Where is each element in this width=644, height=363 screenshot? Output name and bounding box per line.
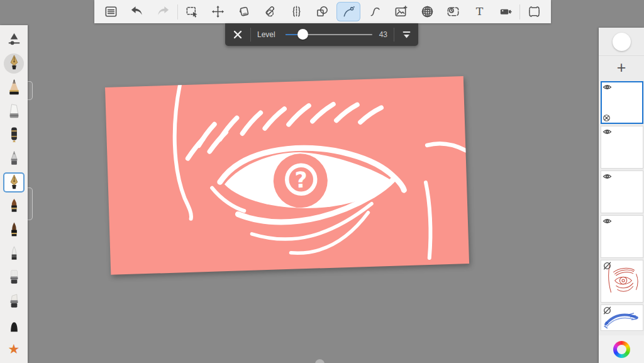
symmetry-icon[interactable] (284, 2, 308, 21)
slider-thumb[interactable] (297, 29, 308, 40)
brush-tool-flat-brush[interactable] (3, 267, 25, 288)
color-wheel-row (599, 335, 644, 363)
toolbar-divider (177, 4, 178, 20)
layer-item[interactable] (601, 304, 643, 331)
bottom-handle[interactable] (315, 359, 325, 363)
redo-icon[interactable] (151, 2, 175, 21)
plus-icon: + (617, 60, 626, 75)
eye-visible-icon[interactable] (602, 172, 612, 181)
toolbar-divider (519, 4, 520, 20)
select-marquee-icon[interactable] (180, 2, 204, 21)
fullscreen-frame-icon[interactable] (523, 2, 547, 21)
app-window: { "app": { "workspace_background": "#898… (0, 0, 644, 363)
brush-tool-angled-brush[interactable] (3, 291, 25, 311)
brush-tool-paint-brush[interactable] (3, 244, 25, 264)
import-image-icon[interactable] (389, 2, 413, 21)
menu-icon[interactable] (99, 2, 123, 21)
layers-panel: + (599, 28, 644, 363)
collapse-icon[interactable] (394, 23, 418, 46)
level-label: Level (251, 30, 280, 39)
eye-visible-icon[interactable] (602, 83, 612, 91)
layer-item[interactable] (601, 126, 643, 169)
brush-tool-eraser[interactable] (3, 101, 25, 121)
camera-icon[interactable] (494, 2, 518, 21)
level-value: 43 (377, 30, 394, 39)
palette-pull-tab[interactable] (28, 187, 33, 220)
brush-tool-ink-pen[interactable] (3, 53, 25, 74)
layer-item[interactable] (601, 170, 643, 213)
brush-tool-fountain-pen[interactable] (3, 125, 25, 145)
close-icon[interactable] (225, 23, 250, 46)
temple-line (427, 143, 465, 152)
layer-item[interactable] (601, 260, 643, 303)
eye-hidden-icon[interactable] (602, 262, 612, 270)
brush-tool-pencil[interactable] (3, 77, 25, 98)
brush-tool-acrylic-brush[interactable] (3, 220, 25, 240)
brush-tool-charcoal[interactable] (3, 315, 25, 335)
undo-icon[interactable] (125, 2, 149, 21)
text-icon[interactable]: T (467, 2, 491, 21)
eye-artwork: ? (105, 76, 469, 275)
current-color-row (599, 28, 644, 56)
palette-pull-tab[interactable] (28, 81, 33, 100)
eye-hidden-icon[interactable] (602, 306, 612, 315)
time-lapse-icon[interactable] (441, 2, 465, 21)
guides-ruler-icon[interactable] (258, 2, 282, 21)
perspective-icon[interactable] (415, 2, 439, 21)
shapes-icon[interactable] (311, 2, 335, 21)
star-icon: ★ (8, 342, 20, 355)
level-popup: Level 43 (225, 23, 418, 46)
brush-tool-airbrush[interactable] (3, 148, 25, 169)
current-color-swatch[interactable] (613, 33, 631, 51)
brush-tool-round-brush[interactable] (3, 196, 25, 216)
steady-stroke-icon[interactable] (363, 2, 387, 21)
curve-stroke-icon[interactable] (336, 2, 360, 21)
eye-visible-icon[interactable] (602, 128, 612, 136)
layer-transform-icon[interactable] (602, 114, 611, 122)
eye-visible-icon[interactable] (602, 217, 612, 225)
profile-line (173, 85, 191, 220)
cheek-line (426, 182, 431, 258)
svg-text:T: T (475, 5, 483, 18)
fill-bucket-icon[interactable] (232, 2, 256, 21)
brush-palette: ★ (0, 25, 28, 363)
question-mark: ? (294, 167, 308, 193)
brush-tool-stroke-size[interactable] (3, 30, 25, 50)
top-toolbar: T (94, 0, 551, 23)
add-layer-button[interactable]: + (599, 56, 644, 79)
brush-tool-nib-pen[interactable] (3, 172, 25, 193)
drawing-canvas[interactable]: ? (105, 76, 469, 275)
layer-item[interactable] (601, 215, 643, 258)
layers-list (599, 80, 644, 335)
level-slider[interactable] (286, 28, 372, 41)
layer-item[interactable] (601, 81, 643, 124)
color-wheel-icon[interactable] (613, 341, 630, 358)
move-transform-icon[interactable] (206, 2, 230, 21)
brush-tool-favorites[interactable]: ★ (3, 339, 25, 359)
